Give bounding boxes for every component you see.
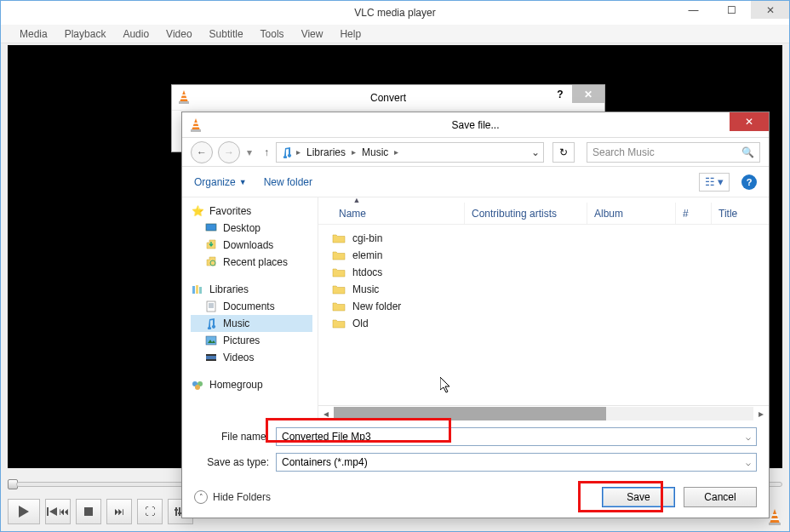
scroll-left-icon[interactable]: ◂	[318, 407, 334, 420]
sidebar-libraries[interactable]: Libraries	[191, 281, 318, 298]
hide-folders-button[interactable]: ˄ Hide Folders	[194, 490, 271, 504]
svg-rect-17	[181, 94, 186, 96]
pictures-icon	[204, 334, 218, 347]
sidebar-homegroup[interactable]: Homegroup	[191, 376, 318, 393]
refresh-button[interactable]: ↻	[552, 142, 575, 163]
list-item[interactable]: Old	[332, 315, 769, 332]
scrollbar-thumb[interactable]	[334, 407, 606, 420]
prev-button[interactable]: ⏮	[45, 499, 71, 524]
folder-icon	[332, 232, 346, 244]
file-list[interactable]: cgi-bin elemin htdocs Music New folder O…	[318, 225, 769, 405]
vlc-cone-icon	[177, 89, 191, 105]
play-button[interactable]	[8, 499, 40, 524]
scroll-right-icon[interactable]: ▸	[753, 407, 769, 420]
menu-playback[interactable]: Playback	[58, 26, 113, 42]
breadcrumb-dropdown-icon[interactable]: ⌄	[528, 146, 543, 158]
svg-rect-26	[192, 286, 195, 294]
menu-audio[interactable]: Audio	[116, 26, 156, 42]
back-button[interactable]: ←	[191, 141, 213, 163]
desktop-icon	[204, 221, 218, 235]
vlc-title: VLC media player	[354, 7, 435, 19]
vlc-titlebar: VLC media player ― ☐ ✕	[1, 1, 789, 25]
forward-button[interactable]: →	[218, 141, 240, 163]
vlc-controls: ⏮ ⏭ ⛶	[8, 499, 193, 524]
sidebar-item-documents[interactable]: Documents	[191, 298, 318, 315]
maximize-button[interactable]: ☐	[713, 1, 751, 19]
up-button[interactable]: ↑	[259, 146, 271, 158]
save-titlebar: Save file... ✕	[182, 112, 769, 138]
list-item[interactable]: elemin	[332, 247, 769, 264]
col-number[interactable]: #	[676, 203, 712, 224]
svg-rect-36	[206, 354, 216, 356]
col-album[interactable]: Album	[587, 203, 676, 224]
chevron-right-icon[interactable]: ▸	[393, 147, 399, 157]
svg-rect-12	[769, 523, 781, 525]
sidebar-item-downloads[interactable]: Downloads	[191, 237, 318, 254]
next-button[interactable]: ⏭	[106, 499, 132, 524]
svg-rect-20	[191, 129, 201, 132]
chevron-up-icon: ˄	[194, 490, 208, 504]
list-item[interactable]: New folder	[332, 298, 769, 315]
chevron-right-icon[interactable]: ▸	[351, 147, 357, 157]
folder-icon	[332, 283, 346, 295]
col-name[interactable]: Name	[332, 203, 465, 224]
breadcrumb-libraries[interactable]: Libraries	[303, 146, 349, 158]
sidebar-item-videos[interactable]: Videos	[191, 349, 318, 366]
dropdown-history-icon[interactable]: ▾	[247, 146, 252, 158]
file-pane: ▲ Name Contributing artists Album # Titl…	[318, 197, 769, 420]
sidebar-item-pictures[interactable]: Pictures	[191, 332, 318, 349]
menu-tools[interactable]: Tools	[254, 26, 291, 42]
save-type-select[interactable]: Containers (*.mp4)	[276, 453, 757, 472]
col-contributing[interactable]: Contributing artists	[465, 203, 587, 224]
sidebar: ⭐Favorites Desktop Downloads Recent plac…	[182, 197, 318, 420]
svg-rect-1	[47, 507, 49, 516]
save-title-text: Save file...	[451, 119, 499, 131]
cancel-button[interactable]: Cancel	[684, 487, 757, 507]
svg-rect-5	[175, 507, 177, 516]
sidebar-item-music[interactable]: Music	[191, 315, 312, 332]
list-item[interactable]: Music	[332, 281, 769, 298]
chevron-right-icon[interactable]: ▸	[295, 147, 301, 157]
folder-icon	[332, 300, 346, 312]
organize-menu[interactable]: Organize▼	[194, 176, 247, 188]
view-mode-button[interactable]: ☷ ▾	[699, 173, 730, 192]
fullscreen-button[interactable]: ⛶	[137, 499, 163, 524]
vlc-cone-icon	[189, 117, 203, 133]
videos-icon	[204, 351, 218, 364]
toolbar: Organize▼ New folder ☷ ▾ ?	[182, 167, 769, 197]
svg-rect-4	[84, 507, 93, 516]
help-icon[interactable]: ?	[741, 174, 757, 190]
list-item[interactable]: htdocs	[332, 264, 769, 281]
menu-media[interactable]: Media	[13, 26, 54, 42]
col-title[interactable]: Title	[712, 203, 769, 224]
save-button[interactable]: Save	[602, 487, 675, 507]
horizontal-scrollbar[interactable]: ◂ ▸	[318, 405, 769, 420]
libraries-icon	[191, 283, 204, 296]
breadcrumb[interactable]: ▸ Libraries ▸ Music ▸ ⌄	[276, 142, 544, 163]
sidebar-favorites[interactable]: ⭐Favorites	[191, 203, 318, 220]
sidebar-item-recent[interactable]: Recent places	[191, 254, 318, 271]
menu-video[interactable]: Video	[159, 26, 198, 42]
stop-button[interactable]	[76, 499, 101, 524]
close-button[interactable]: ✕	[572, 85, 604, 103]
close-button[interactable]: ✕	[751, 1, 789, 19]
svg-rect-14	[770, 518, 779, 520]
sort-asc-icon: ▲	[348, 197, 365, 203]
column-headers: Name Contributing artists Album # Title	[318, 203, 769, 225]
list-item[interactable]: cgi-bin	[332, 230, 769, 247]
svg-rect-33	[206, 336, 216, 345]
search-input[interactable]: Search Music 🔍	[587, 142, 760, 163]
menu-subtitle[interactable]: Subtitle	[203, 26, 250, 42]
menu-help[interactable]: Help	[333, 26, 368, 42]
new-folder-button[interactable]: New folder	[264, 176, 312, 188]
nav-row: ← → ▾ ↑ ▸ Libraries ▸ Music ▸ ⌄ ↻ Search…	[182, 138, 769, 167]
file-name-input[interactable]: Converted File Mp3	[276, 427, 757, 446]
vlc-menubar: Media Playback Audio Video Subtitle Tool…	[1, 25, 789, 43]
close-button[interactable]: ✕	[730, 112, 769, 131]
minimize-button[interactable]: ―	[674, 1, 713, 19]
help-button[interactable]: ?	[548, 85, 572, 103]
recent-icon	[204, 255, 218, 269]
menu-view[interactable]: View	[295, 26, 330, 42]
breadcrumb-music[interactable]: Music	[358, 146, 392, 158]
sidebar-item-desktop[interactable]: Desktop	[191, 220, 318, 237]
